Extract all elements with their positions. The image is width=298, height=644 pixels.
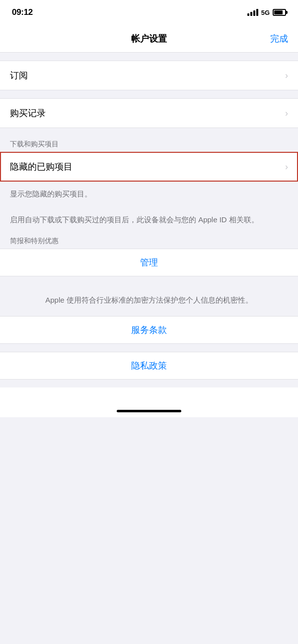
terms-of-service-link[interactable]: 服务条款 [131,324,167,336]
hidden-purchases-row[interactable]: 隐藏的已购项目 › [0,152,298,182]
privacy-policy-row[interactable]: 隐私政策 [0,352,298,380]
section-gap-4 [0,276,298,284]
home-bar [117,410,181,412]
section-gap-6 [0,380,298,387]
home-indicator-area [0,387,298,417]
hidden-purchases-description: 显示您隐藏的购买项目。 [0,182,298,207]
manage-button[interactable]: 管理 [140,257,158,268]
auto-download-info: 启用自动下载或下载购买过的项目后，此设备就会与您的 Apple ID 相关联。 [0,207,298,233]
newsletters-section-label: 简报和特别优惠 [0,233,298,249]
terms-of-service-row[interactable]: 服务条款 [0,316,298,344]
section-gap-2 [0,90,298,98]
hidden-purchases-label: 隐藏的已购项目 [10,161,73,173]
status-time: 09:12 [12,7,33,17]
battery-icon [273,9,286,16]
chevron-icon-2: › [285,108,288,119]
privacy-description: Apple 使用符合行业标准的加密方法保护您个人信息的机密性。 [0,284,298,316]
section-gap-1 [0,53,298,61]
chevron-icon: › [285,70,288,81]
network-type: 5G [261,9,270,16]
status-bar: 09:12 5G [0,0,298,25]
purchase-history-row[interactable]: 购买记录 › [0,98,298,128]
section-gap-3 [0,128,298,136]
status-icons: 5G [247,9,286,16]
privacy-policy-link[interactable]: 隐私政策 [131,360,167,372]
chevron-icon-3: › [285,162,288,172]
nav-bar: 帐户设置 完成 [0,25,298,53]
done-button[interactable]: 完成 [270,33,288,45]
section-gap-5 [0,344,298,352]
signal-icon [247,9,258,16]
subscriptions-label: 订阅 [10,69,28,81]
page-title: 帐户设置 [131,33,167,45]
manage-row[interactable]: 管理 [0,249,298,276]
content-area: 订阅 › 购买记录 › 下载和购买项目 隐藏的已购项目 › 显示您隐藏的购买项目… [0,53,298,387]
purchase-history-label: 购买记录 [10,107,46,119]
subscriptions-row[interactable]: 订阅 › [0,61,298,90]
download-purchase-section-label: 下载和购买项目 [0,136,298,152]
